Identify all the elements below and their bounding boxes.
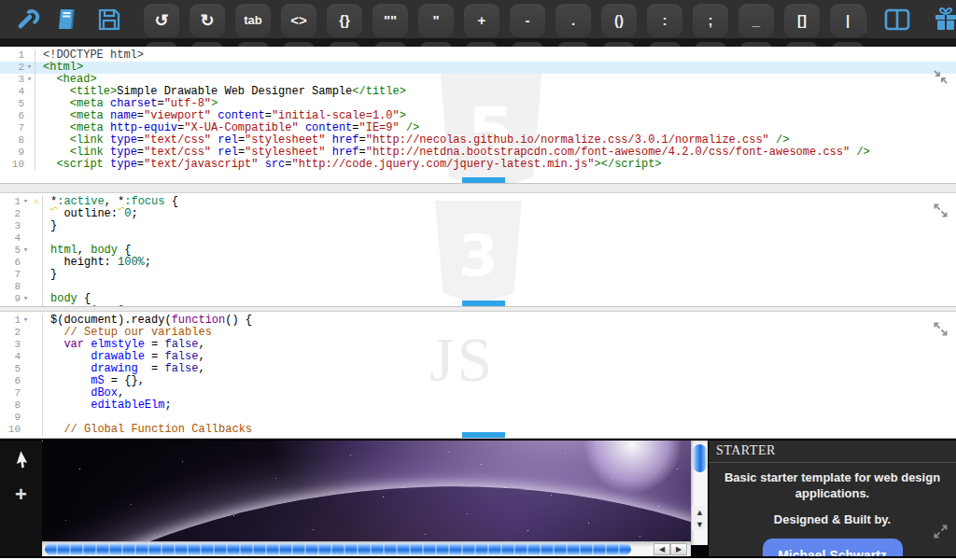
line-number: 3 <box>14 339 21 351</box>
line-number-gutter: 3 <box>0 339 43 351</box>
fold-arrow-icon[interactable]: ▾ <box>21 293 31 305</box>
save-button[interactable] <box>91 4 127 37</box>
author-button[interactable]: Michael Schwartz <box>763 539 903 556</box>
semicolon-button[interactable]: ; <box>693 4 728 37</box>
toolbar-keys: ↺↻tab<>{}"""+-.():;_[]| <box>144 4 865 37</box>
vertical-scrollbar-thumb[interactable] <box>693 444 707 472</box>
parentheses-button[interactable]: () <box>601 4 637 37</box>
line-number: 8 <box>14 399 21 412</box>
line-number-gutter: 7 <box>0 387 43 399</box>
line-number-gutter: 1 <box>0 49 35 62</box>
line-number-gutter: 5 <box>0 363 43 375</box>
scroll-down-button[interactable]: ▼ <box>692 518 708 530</box>
html-panel-resize-handle[interactable] <box>462 177 505 183</box>
line-number-gutter: 1▾ <box>0 315 43 327</box>
line-number: 6 <box>14 375 21 387</box>
js-code[interactable]: 1▾$(document).ready(function() {2 // Set… <box>0 312 956 436</box>
colon-button[interactable]: : <box>647 4 682 37</box>
line-number-gutter: 6 <box>0 257 43 269</box>
line-number-gutter: 10 <box>0 159 35 171</box>
line-number-gutter: 5 <box>0 98 35 110</box>
donate-button[interactable] <box>928 4 956 37</box>
double-quotes-button[interactable]: "" <box>373 4 408 37</box>
preview-space-scene <box>42 441 691 543</box>
horizontal-scrollbar[interactable]: ◀ ▶ <box>42 541 691 556</box>
line-number-gutter: 5▾ <box>0 245 43 257</box>
code-line: 10 <script type="text/javascript" src="h… <box>0 159 956 171</box>
fold-arrow-icon[interactable]: ▾ <box>21 315 31 327</box>
line-number-gutter: 6 <box>0 110 35 122</box>
expand-panel-icon[interactable] <box>933 321 949 341</box>
fold-arrow-icon[interactable]: ▾ <box>21 245 31 257</box>
code-line: 1<!DOCTYPE html> <box>0 49 956 62</box>
line-number: 9 <box>14 412 21 424</box>
collapse-panel-icon[interactable] <box>933 69 949 89</box>
live-preview[interactable]: ▲ ▼ ◀ ▶ <box>42 441 708 556</box>
preview-region: + ▲ ▼ ◀ ▶ STARTER Basic starter template… <box>0 439 956 558</box>
save-floppy-icon <box>96 7 122 35</box>
square-brackets-button[interactable]: [] <box>784 4 820 37</box>
fold-arrow-icon[interactable]: ▾ <box>24 62 35 74</box>
split-columns-icon <box>883 7 911 35</box>
fold-arrow-icon[interactable]: ▾ <box>21 196 31 208</box>
scroll-up-button[interactable]: ▲ <box>692 506 708 518</box>
line-number: 1 <box>18 49 24 62</box>
toolbar-right-icons <box>865 4 956 37</box>
vertical-scrollbar[interactable]: ▲ ▼ <box>691 441 708 545</box>
horizontal-scrollbar-thumb[interactable] <box>45 543 631 555</box>
line-number: 5 <box>14 245 21 257</box>
line-number: 1 <box>14 315 21 327</box>
js-panel-resize-handle[interactable] <box>462 432 505 438</box>
code-line: 6 mS = {}, <box>0 375 956 387</box>
line-number-gutter: 7 <box>0 122 35 134</box>
pages-icon <box>55 7 81 35</box>
line-number-gutter: 7 <box>0 269 43 281</box>
pipe-button[interactable]: | <box>830 4 865 37</box>
redo-button[interactable]: ↻ <box>190 4 225 37</box>
panel-divider <box>0 184 956 193</box>
scroll-right-button[interactable]: ▶ <box>670 543 687 555</box>
expand-panel-icon[interactable] <box>933 524 949 543</box>
settings-wrench-button[interactable] <box>9 4 45 37</box>
html-code[interactable]: 1<!DOCTYPE html>2▾<html>3▾ <head>4 <titl… <box>0 47 956 171</box>
undo-button[interactable]: ↺ <box>144 4 179 37</box>
duplicate-pages-button[interactable] <box>50 4 86 37</box>
line-number: 4 <box>14 232 21 245</box>
expand-panel-icon[interactable] <box>933 203 949 222</box>
warning-icon[interactable]: ⚠ <box>31 197 42 207</box>
split-view-button[interactable] <box>879 4 915 37</box>
css-code[interactable]: 1▾⚠*:active, *:focus {2 outline: 0;3}45▾… <box>0 193 956 307</box>
code-line: 1▾⚠*:active, *:focus { <box>0 196 956 208</box>
js-editor-panel: JS 1▾$(document).ready(function() {2 // … <box>0 312 956 439</box>
plus-button[interactable]: + <box>464 4 499 37</box>
code-line: 2 outline: 0; <box>0 208 956 220</box>
code-text: *:active, *:focus { <box>43 196 956 208</box>
template-info-panel: STARTER Basic starter template for web d… <box>708 441 956 556</box>
toolbar: ↺↻tab<>{}"""+-.():;_[]| <box>0 0 956 47</box>
add-element-button[interactable]: + <box>9 483 34 506</box>
pointer-icon <box>11 459 32 473</box>
angle-brackets-button[interactable]: <> <box>281 4 316 37</box>
line-number-gutter: 4 <box>0 351 43 363</box>
tab-key-button[interactable]: tab <box>235 4 271 37</box>
fold-arrow-icon[interactable]: ▾ <box>24 74 35 86</box>
pointer-tool-button[interactable] <box>9 450 34 472</box>
code-line: 8 <box>0 281 956 293</box>
html-editor-panel: 5 1<!DOCTYPE html>2▾<html>3▾ <head>4 <ti… <box>0 47 956 184</box>
line-number: 2 <box>14 327 21 339</box>
code-text: editableElm; <box>43 399 956 412</box>
scroll-left-button[interactable]: ◀ <box>654 543 670 555</box>
period-button[interactable]: . <box>555 4 591 37</box>
code-text <box>43 281 956 293</box>
css-panel-resize-handle[interactable] <box>462 301 505 306</box>
minus-button[interactable]: - <box>510 4 545 37</box>
code-line: 3} <box>0 220 956 232</box>
line-number-gutter: 10 <box>0 424 43 436</box>
braces-button[interactable]: {} <box>327 4 362 37</box>
line-number: 6 <box>14 257 21 269</box>
line-number: 8 <box>18 134 24 147</box>
underscore-button[interactable]: _ <box>738 4 774 37</box>
line-number-gutter: 8 <box>0 281 43 293</box>
quote-button[interactable]: " <box>418 4 454 37</box>
line-number: 7 <box>14 387 21 399</box>
